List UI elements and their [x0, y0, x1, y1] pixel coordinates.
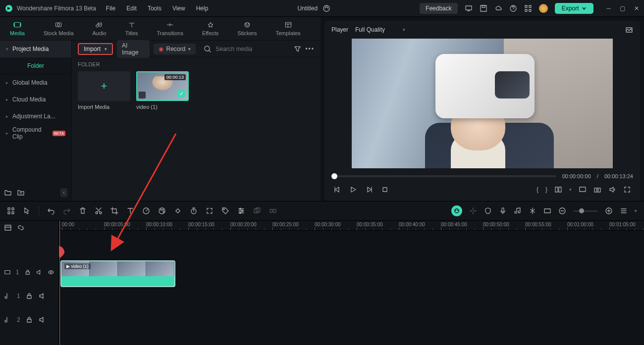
tab-stickers[interactable]: Stickers	[237, 21, 257, 36]
zoom-out-icon[interactable]	[558, 207, 566, 215]
mark-out-icon[interactable]: }	[545, 186, 547, 193]
text-icon[interactable]	[126, 207, 134, 215]
mic-icon[interactable]	[499, 207, 507, 215]
menu-file[interactable]: File	[106, 5, 115, 12]
apps-icon[interactable]	[524, 4, 532, 12]
tab-effects[interactable]: Effects	[202, 21, 218, 36]
adjust-icon[interactable]	[237, 207, 245, 215]
close-button[interactable]: ✕	[634, 5, 639, 12]
zoom-in-icon[interactable]	[605, 207, 613, 215]
mute-icon[interactable]	[38, 292, 46, 300]
tab-media[interactable]: Media	[10, 21, 25, 36]
color-icon[interactable]	[158, 207, 166, 215]
record-button[interactable]: ◉Record▾	[154, 44, 196, 54]
playhead[interactable]	[331, 173, 337, 179]
player-label[interactable]: Player	[331, 26, 348, 33]
enhance-icon[interactable]	[529, 207, 537, 215]
speed-icon[interactable]	[142, 207, 150, 215]
list-view-icon[interactable]	[620, 207, 628, 215]
lock-icon[interactable]	[25, 316, 33, 324]
crop-icon[interactable]	[110, 207, 118, 215]
export-button[interactable]: Export	[555, 3, 594, 14]
menu-view[interactable]: View	[172, 5, 185, 12]
lock-icon[interactable]	[24, 268, 31, 276]
sidebar-project-media[interactable]: ▾Project Media	[0, 41, 71, 57]
mark-in-icon[interactable]: {	[537, 186, 538, 193]
group-icon[interactable]	[253, 207, 261, 215]
import-button[interactable]: Import▾	[78, 43, 113, 55]
cut-icon[interactable]	[95, 207, 103, 215]
ai-icon[interactable]	[451, 205, 462, 216]
sidebar-global-media[interactable]: ▸Global Media	[0, 74, 71, 91]
mute-icon[interactable]	[36, 268, 43, 276]
grid-snap-icon[interactable]	[7, 207, 15, 215]
compare-icon[interactable]	[554, 186, 562, 194]
cloud-sync-icon[interactable]	[322, 4, 330, 12]
preview-viewport[interactable]	[352, 39, 613, 168]
tab-transitions[interactable]: Transitions	[157, 21, 183, 36]
keyframe-icon[interactable]	[174, 207, 182, 215]
play-icon[interactable]	[349, 186, 357, 194]
folder-icon[interactable]	[17, 189, 25, 197]
more-icon[interactable]: •••	[305, 46, 315, 52]
mute-icon[interactable]	[38, 316, 46, 324]
volume-icon[interactable]	[608, 186, 616, 194]
collapse-sidebar-icon[interactable]: ‹	[60, 188, 67, 197]
ungroup-icon[interactable]	[269, 207, 277, 215]
quality-dropdown[interactable]: Full Quality▾	[355, 26, 405, 33]
sidebar-cloud-media[interactable]: ▸Cloud Media	[0, 91, 71, 108]
tab-audio[interactable]: Audio	[93, 21, 107, 36]
menu-help[interactable]: Help	[196, 5, 209, 12]
cloud-icon[interactable]	[494, 4, 502, 12]
lock-icon[interactable]	[25, 292, 33, 300]
next-frame-icon[interactable]	[365, 186, 373, 194]
view-dropdown-icon[interactable]: ▾	[635, 208, 637, 213]
delete-icon[interactable]	[79, 207, 87, 215]
duration-icon[interactable]	[190, 207, 198, 215]
tab-stock-media[interactable]: Stock Media	[44, 21, 74, 36]
minimize-button[interactable]: ─	[606, 5, 611, 12]
audio-track-2-header[interactable]: 2	[0, 308, 58, 332]
music-icon[interactable]	[514, 207, 522, 215]
tab-titles[interactable]: Titles	[125, 21, 138, 36]
import-media-card[interactable]: + Import Media	[78, 71, 130, 110]
sidebar-folder[interactable]: Folder	[0, 57, 71, 74]
sparkle-icon[interactable]	[469, 207, 477, 215]
ai-image-button[interactable]: AI Image	[117, 40, 150, 58]
video-track-header[interactable]: 1	[0, 260, 58, 284]
support-icon[interactable]	[509, 4, 517, 12]
playhead-line[interactable]	[59, 221, 60, 345]
playhead-handle[interactable]	[59, 244, 66, 258]
timeline-ruler[interactable]: 00:0000:00:05:0000:00:10:0000:00:15:0000…	[59, 221, 644, 231]
filter-icon[interactable]	[294, 45, 301, 53]
tag-icon[interactable]	[221, 207, 229, 215]
sidebar-compound-clip[interactable]: ▸Compound ClipBETA	[0, 125, 71, 142]
camera-icon[interactable]	[593, 186, 601, 194]
fit-icon[interactable]	[206, 207, 214, 215]
render-icon[interactable]	[543, 207, 551, 215]
display-icon[interactable]	[579, 186, 587, 194]
zoom-slider[interactable]	[573, 210, 598, 212]
redo-icon[interactable]	[63, 207, 71, 215]
media-clip-card[interactable]: 00:00:13 ✓ video (1)	[136, 71, 189, 110]
snapshot-icon[interactable]	[625, 26, 633, 34]
avatar[interactable]	[539, 4, 548, 13]
pointer-icon[interactable]	[23, 207, 31, 215]
prev-frame-icon[interactable]	[333, 186, 341, 194]
sidebar-adjustment-layer[interactable]: ▸Adjustment La...	[0, 108, 71, 125]
save-icon[interactable]	[480, 4, 487, 12]
stop-icon[interactable]	[381, 186, 389, 194]
eye-icon[interactable]	[48, 268, 54, 276]
timeline-clip[interactable]: ▶ video (1)	[60, 260, 175, 287]
menu-edit[interactable]: Edit	[126, 5, 137, 12]
monitor-icon[interactable]	[465, 4, 473, 12]
compare-dropdown-icon[interactable]: ▾	[569, 187, 572, 192]
timeline-tracks[interactable]: 00:0000:00:05:0000:00:10:0000:00:15:0000…	[59, 221, 644, 345]
search-input[interactable]	[215, 46, 290, 52]
new-folder-icon[interactable]	[4, 189, 12, 197]
feedback-button[interactable]: Feedback	[420, 3, 458, 14]
fullscreen-icon[interactable]	[623, 186, 631, 194]
track-options-icon[interactable]	[4, 224, 12, 232]
tab-templates[interactable]: Templates	[275, 21, 300, 36]
menu-tools[interactable]: Tools	[148, 5, 161, 12]
